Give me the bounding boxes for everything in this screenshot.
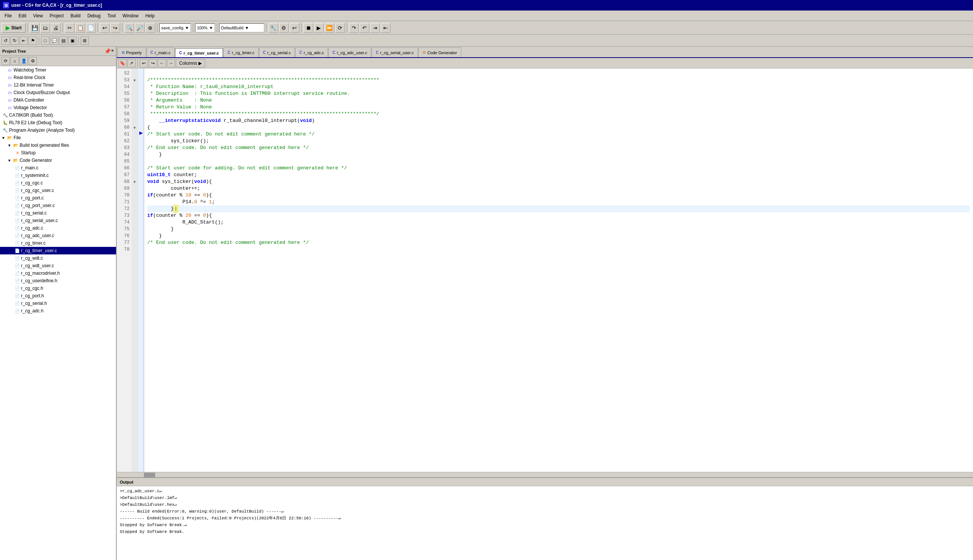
tree-settings-btn[interactable]: ⚙ <box>28 57 37 65</box>
config-dropdown[interactable]: save_config ▼ <box>159 23 191 32</box>
editor-redo-btn[interactable]: ↪ <box>149 59 157 67</box>
menu-debug[interactable]: Debug <box>84 12 103 20</box>
run2-btn[interactable]: ⏩ <box>325 23 334 33</box>
tree-btn6[interactable]: 💬 <box>50 37 58 45</box>
build-btn1[interactable]: 🔧 <box>269 23 278 33</box>
tab-rcgserialuser[interactable]: C r_cg_serial_user.c <box>372 47 418 57</box>
tree-item-startup[interactable]: ✕ Startup <box>0 149 116 157</box>
tree-item-rcgmacro[interactable]: 📄 r_cg_macrodriver.h <box>0 270 116 277</box>
tree-refresh-btn[interactable]: ⟳ <box>2 57 10 65</box>
print-button[interactable]: 🖨 <box>51 23 61 33</box>
tree-item-rl78[interactable]: 🐛 RL78 E2 Lite (Debug Tool) <box>0 119 116 127</box>
tree-btn1[interactable]: ↺ <box>2 37 10 45</box>
tree-item-rcgcgcuser[interactable]: 📄 r_cg_cgc_user.c <box>0 187 116 194</box>
tab-rcgadc[interactable]: C r_cg_adc.c <box>295 47 328 57</box>
tree-item-clock[interactable]: 🗁 Clock Output/Buzzer Output <box>0 89 116 96</box>
build-dropdown[interactable]: DefaultBuild ▼ <box>219 23 264 32</box>
tab-property[interactable]: ⊞ Property <box>117 47 146 57</box>
step3-btn[interactable]: ⇥ <box>370 23 380 33</box>
step1-btn[interactable]: ↷ <box>349 23 359 33</box>
tree-item-rtc[interactable]: 🗁 Real-time Clock <box>0 74 116 81</box>
tree-btn2[interactable]: ↻ <box>10 37 19 45</box>
tree-item-rcgtimeruser[interactable]: 📄 r_cg_timer_user.c <box>0 247 116 254</box>
tree-item-dma[interactable]: 🗁 DMA Controller <box>0 96 116 104</box>
menu-view[interactable]: View <box>30 12 46 20</box>
tree-item-rcgtimer[interactable]: 📄 r_cg_timer.c <box>0 239 116 247</box>
build-btn3[interactable]: ↩ <box>290 23 299 33</box>
find2-button[interactable]: 🔎 <box>135 23 145 33</box>
tree-btn4[interactable]: ⚑ <box>28 37 37 45</box>
step4-btn[interactable]: ⇤ <box>381 23 391 33</box>
cut-button[interactable]: ✂ <box>65 23 75 33</box>
tree-item-rcgserial[interactable]: 📄 r_cg_serial.c <box>0 209 116 217</box>
tab-rcgtimer[interactable]: C r_cg_timer.c <box>223 47 258 57</box>
menu-tool[interactable]: Tool <box>104 12 118 20</box>
columns-button[interactable]: Columns ▶ <box>176 59 205 67</box>
tree-item-file[interactable]: ▼ 📂 File <box>0 134 116 142</box>
stop-btn[interactable]: ⏹ <box>304 23 313 33</box>
build-btn2[interactable]: ⚙ <box>279 23 289 33</box>
find-button[interactable]: 🔍 <box>124 23 134 33</box>
redo-button[interactable]: ↪ <box>110 23 120 33</box>
run-btn[interactable]: ▶ <box>314 23 324 33</box>
tree-item-rcgcgch[interactable]: 📄 r_cg_cgc.h <box>0 285 116 292</box>
tree-item-rcguserdef[interactable]: 📄 r_cg_userdefine.h <box>0 277 116 285</box>
tree-item-rcgport[interactable]: 📄 r_cg_port.c <box>0 194 116 202</box>
tree-btn9[interactable]: ⊞ <box>80 37 89 45</box>
tree-item-buildgen[interactable]: ▼ 📂 Build tool generated files <box>0 142 116 149</box>
tree-btn8[interactable]: ▣ <box>68 37 77 45</box>
tree-item-ca78k0r[interactable]: 🔨 CA78K0R (Build Tool) <box>0 112 116 119</box>
tree-item-12bit[interactable]: 🗁 12-Bit Interval Timer <box>0 81 116 89</box>
horizontal-scrollbar[interactable] <box>117 472 973 477</box>
menu-project[interactable]: Project <box>47 12 67 20</box>
menu-file[interactable]: File <box>2 12 15 20</box>
tree-pin-button[interactable]: 📌 <box>104 48 111 54</box>
editor-next-btn[interactable]: → <box>167 59 175 67</box>
tree-item-rcgadch[interactable]: 📄 r_cg_adc.h <box>0 307 116 315</box>
tree-item-rcgcgc[interactable]: 📄 r_cg_cgc.c <box>0 179 116 187</box>
start-button[interactable]: ▶ Start <box>2 23 26 33</box>
tree-user-btn[interactable]: 👤 <box>20 57 28 65</box>
tree-btn3[interactable]: ⇤ <box>20 37 28 45</box>
findall-button[interactable]: ⊕ <box>145 23 155 33</box>
output-content[interactable]: >r_cg_adc_user.c↵ >DefaultBuild\user.lmf… <box>117 486 973 560</box>
editor-undo-btn[interactable]: ↩ <box>140 59 148 67</box>
tree-btn7[interactable]: ▤ <box>59 37 67 45</box>
tab-rcgadcuser[interactable]: C r_cg_adc_user.c <box>328 47 371 57</box>
menu-help[interactable]: Help <box>142 12 158 20</box>
save-button[interactable]: 💾 <box>30 23 40 33</box>
tree-item-rcgadcuser[interactable]: 📄 r_cg_adc_user.c <box>0 232 116 239</box>
tree-item-rcgportuser[interactable]: 📄 r_cg_port_user.c <box>0 202 116 209</box>
paste-button[interactable]: 📄 <box>86 23 96 33</box>
menu-build[interactable]: Build <box>67 12 83 20</box>
tab-rcgtimeruser[interactable]: C r_cg_timer_user.c <box>175 48 223 58</box>
tab-rmain[interactable]: C r_main.c <box>147 47 175 57</box>
tree-item-rcgwdt[interactable]: 📄 r_cg_wdt.c <box>0 254 116 262</box>
tree-item-watchdog[interactable]: 🗁 Watchdog Timer <box>0 66 116 74</box>
tree-item-rcgwdtuser[interactable]: 📄 r_cg_wdt_user.c <box>0 262 116 270</box>
restart-btn[interactable]: ⟳ <box>335 23 345 33</box>
editor-prev-btn[interactable]: ← <box>158 59 166 67</box>
save-all-button[interactable]: 🗂 <box>40 23 50 33</box>
zoom-dropdown[interactable]: 100% ▼ <box>195 23 215 32</box>
tree-item-rsysteminit[interactable]: 📄 r_systeminit.c <box>0 172 116 179</box>
tree-item-voltage[interactable]: 🗁 Voltage Detector <box>0 104 116 112</box>
h-scroll-thumb[interactable] <box>144 473 155 477</box>
tree-item-codegen[interactable]: ▼ 📂 Code Generator <box>0 157 116 164</box>
tree-btn5[interactable]: □ <box>41 37 49 45</box>
tree-content[interactable]: 🗁 Watchdog Timer 🗁 Real-time Clock 🗁 12-… <box>0 66 116 560</box>
tab-rcgserial[interactable]: C r_cg_serial.c <box>259 47 295 57</box>
menu-window[interactable]: Window <box>119 12 142 20</box>
tree-item-rcgserialuser[interactable]: 📄 r_cg_serial_user.c <box>0 217 116 224</box>
tree-item-analyzer[interactable]: 🔧 Program Analyzer (Analyze Tool) <box>0 127 116 134</box>
code-editor[interactable]: /***************************************… <box>144 68 973 472</box>
tab-codegenerator[interactable]: ⚙ Code Generator <box>418 47 461 57</box>
undo-button[interactable]: ↩ <box>100 23 110 33</box>
tree-item-rcgserialf[interactable]: 📄 r_cg_serial.h <box>0 300 116 307</box>
tree-item-rcgadc[interactable]: 📄 r_cg_adc.c <box>0 224 116 232</box>
menu-edit[interactable]: Edit <box>15 12 29 20</box>
editor-btn2[interactable]: ↗ <box>127 59 135 67</box>
copy-button[interactable]: 📋 <box>75 23 85 33</box>
tree-item-rcgporth[interactable]: 📄 r_cg_port.h <box>0 292 116 300</box>
editor-btn1[interactable]: 🔖 <box>118 59 127 67</box>
